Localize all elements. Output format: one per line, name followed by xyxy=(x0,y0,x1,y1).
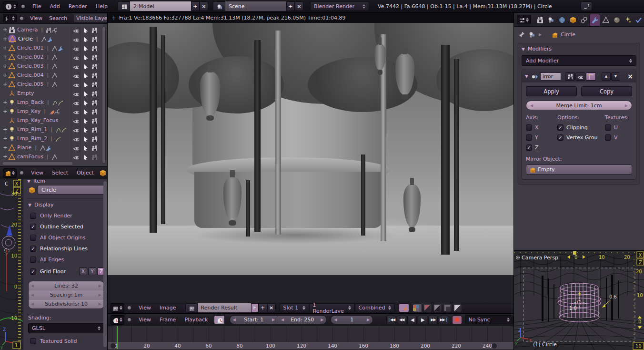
editmode-toggle[interactable] xyxy=(586,72,596,81)
field-left-arrow-icon[interactable]: ◀ xyxy=(334,318,337,322)
current-frame-indicator[interactable] xyxy=(117,326,118,349)
visibility-eye-icon[interactable] xyxy=(73,145,79,151)
delete-scene-button[interactable]: × xyxy=(295,1,303,11)
tab-modifiers[interactable] xyxy=(589,14,600,26)
scene-name-field[interactable]: Scene xyxy=(225,1,286,11)
lines-slider[interactable]: ◀Lines: 32▶ xyxy=(29,281,104,290)
checkbox-axis-x[interactable]: X xyxy=(526,124,557,131)
visibility-eye-icon[interactable] xyxy=(73,118,79,124)
channel-zslice-button[interactable] xyxy=(453,304,462,312)
fullscreen-button[interactable] xyxy=(581,1,592,11)
outliner-row-plane[interactable]: +Plane| xyxy=(0,143,107,152)
channel-z-button[interactable] xyxy=(443,304,452,312)
expand-icon[interactable]: + xyxy=(2,126,8,133)
visibility-eye-icon[interactable] xyxy=(73,27,79,33)
area-corner-widget[interactable]: + xyxy=(111,15,116,21)
add-screen-button[interactable]: + xyxy=(191,1,200,11)
grid-axis-y-button[interactable]: Y xyxy=(88,268,96,275)
field-left-arrow-icon[interactable]: ◀ xyxy=(233,318,236,322)
modifier-name-field[interactable]: irror xyxy=(540,72,561,81)
visibility-eye-icon[interactable] xyxy=(73,136,79,142)
tab-world[interactable] xyxy=(556,14,567,26)
menu-view[interactable]: View xyxy=(134,305,155,311)
info-editor-selector[interactable] xyxy=(3,1,18,11)
visibility-eye-icon[interactable] xyxy=(73,54,79,60)
menu-frame[interactable]: Frame xyxy=(155,317,180,323)
slot-dropdown[interactable]: Slot 1 xyxy=(280,303,309,312)
checkbox-icon[interactable] xyxy=(30,235,36,241)
checkbox-icon[interactable]: ✓ xyxy=(30,268,36,275)
outliner-row-circle005[interactable]: +Circle.005| xyxy=(0,80,107,89)
scene-icon[interactable] xyxy=(528,31,535,38)
visibility-eye-icon[interactable] xyxy=(73,91,79,96)
select-cursor-icon[interactable] xyxy=(82,109,88,114)
menu-search[interactable]: Search xyxy=(46,15,70,21)
render-camera-icon[interactable] xyxy=(91,145,97,151)
checkbox-icon[interactable] xyxy=(605,124,611,131)
select-cursor-icon[interactable] xyxy=(82,36,88,42)
checkbox-icon[interactable] xyxy=(30,338,36,344)
fake-user-button[interactable]: F xyxy=(251,303,259,312)
expand-icon[interactable]: + xyxy=(2,63,8,69)
checkbox-grid-floor[interactable]: ✓Grid FloorXYZ xyxy=(30,268,105,275)
outliner-row-circle003[interactable]: +Circle.003| xyxy=(0,62,107,71)
outliner-row-lmp-back[interactable]: +Lmp_Back| xyxy=(0,98,107,107)
menu-help[interactable]: Help xyxy=(91,3,112,10)
render-camera-icon[interactable] xyxy=(91,109,97,114)
tab-physics[interactable] xyxy=(633,14,644,26)
channel-color-button[interactable] xyxy=(423,304,432,312)
select-cursor-icon[interactable] xyxy=(82,145,88,151)
image-paint-toggle[interactable] xyxy=(399,303,409,312)
render-camera-icon[interactable] xyxy=(91,72,97,78)
checkbox-clipping[interactable]: ✓Clipping xyxy=(557,124,605,131)
select-cursor-icon[interactable] xyxy=(82,100,88,105)
axis-x-box[interactable]: X xyxy=(15,181,19,186)
render-camera-icon[interactable] xyxy=(91,118,97,124)
pin-icon[interactable] xyxy=(518,31,525,38)
outliner-horizontal-scrollbar[interactable] xyxy=(2,162,73,165)
merge-limit-slider[interactable]: ◀Merge Limit: 1cm▶ xyxy=(526,101,632,110)
menu-view[interactable]: View xyxy=(27,15,46,21)
next-keyframe-button[interactable]: ▶▶ xyxy=(428,316,438,324)
jump-to-start-button[interactable]: ❘◀◀ xyxy=(386,316,396,324)
mirror-object-field[interactable]: Empty xyxy=(526,165,632,175)
collapse-menus-toggle[interactable] xyxy=(20,171,23,175)
expand-icon[interactable]: + xyxy=(2,108,8,114)
use-preview-range-toggle[interactable] xyxy=(214,315,224,324)
select-cursor-icon[interactable] xyxy=(82,72,88,78)
render-toggle[interactable] xyxy=(565,72,575,81)
play-reverse-button[interactable]: ◀ xyxy=(407,316,417,324)
checkbox-texture-u[interactable]: U xyxy=(605,124,632,131)
collapse-menus-toggle[interactable] xyxy=(20,17,23,20)
checkbox-textured-solid[interactable]: Textured Solid xyxy=(30,338,105,344)
menu-object[interactable]: Object xyxy=(72,170,98,176)
expand-icon[interactable]: + xyxy=(2,45,8,51)
unlink-image-button[interactable]: × xyxy=(267,303,276,312)
field-right-arrow-icon[interactable]: ▶ xyxy=(272,318,275,322)
outliner-row-circle004[interactable]: +Circle.004| xyxy=(0,71,107,80)
play-button[interactable]: ▶ xyxy=(418,316,427,324)
camera-viewport-panel[interactable]: 1.0 0.6 0 10 20 20 10 0 X Z 10 Camera Pe… xyxy=(513,250,644,350)
view3d-viewport-sliver[interactable]: C X Z 30 20 10 0 -10 Z y x 1 xyxy=(0,179,23,350)
visibility-eye-icon[interactable] xyxy=(73,127,79,133)
expand-icon[interactable]: + xyxy=(2,154,8,160)
properties-editor-selector[interactable] xyxy=(517,15,531,24)
render-camera-icon[interactable] xyxy=(91,45,97,51)
subdivisions-slider[interactable]: ◀Subdivisions: 10▶ xyxy=(29,299,104,309)
render-camera-icon[interactable] xyxy=(91,27,97,33)
checkbox-axis-z[interactable]: ✓Z xyxy=(526,144,557,151)
outliner-row-empty[interactable]: Empty xyxy=(0,89,107,98)
camera-viewport-canvas[interactable]: 1.0 0.6 0 10 20 20 10 0 X Z 10 Camera Pe… xyxy=(514,251,644,350)
select-cursor-icon[interactable] xyxy=(82,27,88,33)
copy-button[interactable]: Copy xyxy=(581,86,632,96)
checkbox-all-object-origins[interactable]: All Object Origins xyxy=(30,235,105,241)
menu-view[interactable]: View xyxy=(27,170,48,176)
select-cursor-icon[interactable] xyxy=(82,127,88,133)
checkbox-icon[interactable] xyxy=(30,213,36,219)
visibility-eye-icon[interactable] xyxy=(73,100,79,105)
image-name-field[interactable]: Render Result xyxy=(198,303,251,312)
grid-axis-x-button[interactable]: X xyxy=(79,268,87,275)
previous-keyframe-button[interactable]: ◀◀ xyxy=(397,316,406,324)
screen-browse-button[interactable] xyxy=(118,1,130,11)
select-cursor-icon[interactable] xyxy=(82,118,88,124)
